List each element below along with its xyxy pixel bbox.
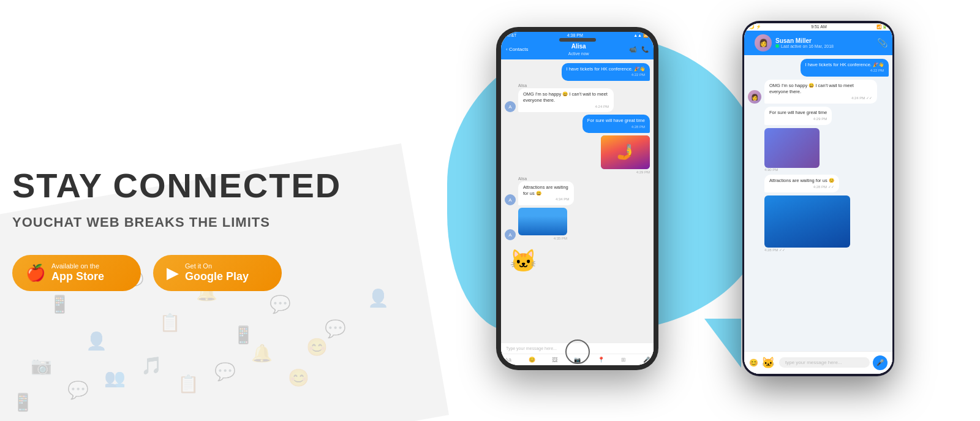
msg-time-r2: 4:34 PM xyxy=(523,197,569,202)
msg2-received-3: Attractions are waiting for us 😊 4:28 PM… xyxy=(764,175,839,193)
chat-action-icons: 📹 📞 xyxy=(629,46,649,53)
store-buttons: 🍎 Available on the App Store ▶ Get it On… xyxy=(12,255,355,291)
app-store-text: Available on the App Store xyxy=(51,262,104,284)
app-store-button[interactable]: 🍎 Available on the App Store xyxy=(12,255,141,291)
msg2-received-img1: 4:30 PM xyxy=(764,128,889,172)
toolbar-image: 🖼 xyxy=(552,357,557,363)
time-2: 9:51 AM xyxy=(811,25,827,29)
msg2-time-r1: 4:24 PM ✓✓ xyxy=(769,96,872,101)
play-icon: ▶ xyxy=(167,264,179,283)
sender-alisa-2: Alisa xyxy=(518,176,593,181)
app-store-big-label: App Store xyxy=(51,270,104,284)
video-icon: 📹 xyxy=(629,46,636,53)
signal-icons: ▲▲ 📶 xyxy=(633,33,649,38)
status-dot xyxy=(775,44,779,48)
msg2-time-1: 4:22 PM xyxy=(805,69,884,74)
phone-icon: 📞 xyxy=(641,46,649,53)
emoji-button-2[interactable]: 😊 xyxy=(749,358,758,367)
msg-sent-1: I have tickets for HK conference. 🎉👋 4:2… xyxy=(562,63,650,82)
status-bar-2: 🌙 ⚡ 9:51 AM 📶🔋 xyxy=(744,23,892,31)
input-placeholder-2[interactable]: type your message here... xyxy=(779,357,870,368)
msg2-time-img1: 4:30 PM xyxy=(764,168,889,172)
chat-header-2: ‹ 👩 Susan Miller Last active on 16 Mar, … xyxy=(744,31,892,55)
google-play-text: Get it On Google Play xyxy=(185,262,249,284)
phone-1-home-button xyxy=(565,339,590,364)
toolbar-more: ⊞ xyxy=(621,357,626,363)
phone-1-screen: AT&T 4:38 PM ▲▲ 📶 ‹ Contacts Alisa Activ… xyxy=(501,32,654,365)
image-selfie xyxy=(601,135,650,169)
main-title: STAY CONNECTED xyxy=(12,167,355,205)
chat-nav-1: ‹ Contacts Alisa Active now 📹 📞 xyxy=(501,39,654,59)
phone-1-speaker xyxy=(559,38,596,42)
phones-wrapper: AT&T 4:38 PM ▲▲ 📶 ‹ Contacts Alisa Activ… xyxy=(484,15,900,407)
msg2-time-r2: 4:29 PM xyxy=(769,117,827,122)
phones-area: AT&T 4:38 PM ▲▲ 📶 ‹ Contacts Alisa Activ… xyxy=(355,0,980,421)
msg-received-1: A Alisa OMG I'm so happy 😄 I can't wait … xyxy=(505,83,650,112)
msg2-received-img2: 4:28 PM ✓✓ xyxy=(764,195,889,252)
toolbar-mic: 🎤 xyxy=(643,357,650,363)
google-play-big-label: Google Play xyxy=(185,270,249,284)
toolbar-aa: Aa xyxy=(505,357,511,363)
msg-time-1: 4:22 PM xyxy=(567,73,645,78)
chat-input-bar-2[interactable]: 😊 🐱 type your message here... 🎤 xyxy=(744,351,892,374)
msg2-received-1: 👩 OMG I'm so happy 😄 I can't wait to mee… xyxy=(748,80,889,104)
app-store-small-label: Available on the xyxy=(51,262,104,270)
moon-icon: 🌙 ⚡ xyxy=(749,25,761,29)
google-play-button[interactable]: ▶ Get it On Google Play xyxy=(153,255,282,291)
gif-icon: 🐱 xyxy=(761,356,775,370)
image2-park xyxy=(764,195,850,248)
avatar-alisa-3: A xyxy=(505,229,516,240)
msg-bubble-received-1: OMG I'm so happy 😄 I can't wait to meet … xyxy=(518,88,614,112)
phone-2: 🌙 ⚡ 9:51 AM 📶🔋 ‹ 👩 Susan Miller Last act xyxy=(742,21,894,376)
google-play-small-label: Get it On xyxy=(185,262,249,270)
msg-time-2: 4:28 PM xyxy=(587,125,645,130)
msg-sent-2: For sure will have great time 4:28 PM xyxy=(582,115,650,133)
msg2-time-r3: 4:28 PM ✓✓ xyxy=(769,185,834,190)
image-park xyxy=(518,208,567,235)
msg2-sent-1: I have tickets for HK conference. 🎉👋 4:2… xyxy=(801,59,889,77)
avatar-alisa: A xyxy=(505,101,516,112)
sticker-msg: 🐱 xyxy=(505,243,541,279)
msg-received-2: A Alisa Attractions are waiting for us 😄… xyxy=(505,176,650,205)
avatar-susan-2: 👩 xyxy=(748,90,761,104)
phone-1: AT&T 4:38 PM ▲▲ 📶 ‹ Contacts Alisa Activ… xyxy=(496,27,658,370)
chat-header-info-2: Susan Miller Last active on 16 Mar, 2018 xyxy=(775,37,873,48)
chat-name-2: Susan Miller xyxy=(775,37,873,44)
chat-messages-2: I have tickets for HK conference. 🎉👋 4:2… xyxy=(744,55,892,351)
time-1: 4:38 PM xyxy=(567,33,583,38)
sender-name-alisa: Alisa xyxy=(518,83,646,88)
image2-selfie xyxy=(764,128,820,168)
toolbar-emoji: 😊 xyxy=(529,357,535,363)
msg-time-img2: 4:35 PM xyxy=(518,237,567,240)
chat-ui-1: AT&T 4:38 PM ▲▲ 📶 ‹ Contacts Alisa Activ… xyxy=(501,32,654,365)
msg-time-r1: 4:24 PM xyxy=(523,105,609,110)
chat-status-2: Last active on 16 Mar, 2018 xyxy=(775,44,873,48)
toolbar-location: 📍 xyxy=(598,357,605,363)
msg2-received-2: For sure will have great time 4:29 PM xyxy=(764,107,832,125)
carrier: AT&T xyxy=(506,33,516,38)
msg2-time-img2: 4:28 PM ✓✓ xyxy=(764,248,889,252)
mic-button-2[interactable]: 🎤 xyxy=(873,355,888,370)
chat-name-1: Alisa xyxy=(568,41,589,51)
msg-sent-image-1: 4:29 PM xyxy=(601,135,650,174)
back-arrow-2: ‹ xyxy=(749,40,751,46)
msg2-bubble-received-1: OMG I'm so happy 😄 I can't wait to meet … xyxy=(764,80,877,104)
msg-time-img1: 4:29 PM xyxy=(601,170,650,174)
msg-bubble-received-2: Attractions are waiting for us 😄 4:34 PM xyxy=(518,181,574,205)
signal-icons-2: 📶🔋 xyxy=(876,25,888,29)
chat-messages-1: I have tickets for HK conference. 🎉👋 4:2… xyxy=(501,59,654,343)
avatar-susan: 👩 xyxy=(755,34,772,51)
left-content: STAY CONNECTED YOUCHAT WEB BREAKS THE LI… xyxy=(0,0,355,421)
phone-2-screen: 🌙 ⚡ 9:51 AM 📶🔋 ‹ 👩 Susan Miller Last act xyxy=(744,23,892,374)
avatar-alisa-2: A xyxy=(505,194,516,205)
chat-ui-2: 🌙 ⚡ 9:51 AM 📶🔋 ‹ 👩 Susan Miller Last act xyxy=(744,23,892,374)
attachment-icon: 📎 xyxy=(877,38,888,48)
back-contacts: ‹ Contacts xyxy=(506,47,528,52)
msg-received-img: A 4:35 PM xyxy=(505,208,650,240)
subtitle: YOUCHAT WEB BREAKS THE LIMITS xyxy=(12,214,355,230)
chat-status-1: Active now xyxy=(568,51,589,58)
apple-icon: 🍎 xyxy=(26,264,45,283)
